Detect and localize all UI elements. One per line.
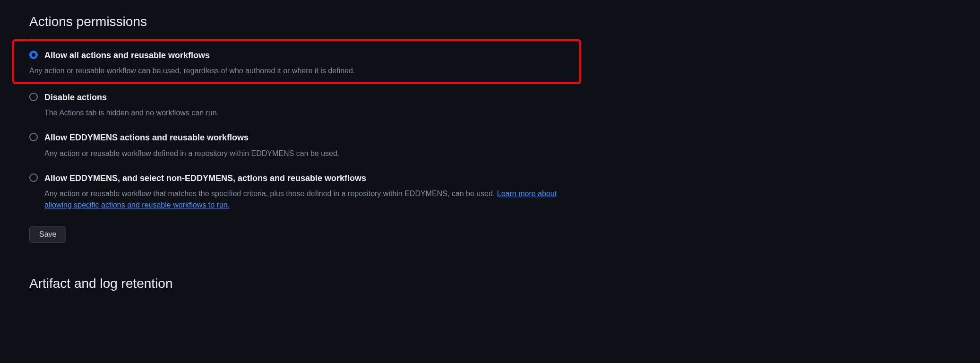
radio-icon[interactable] [29,93,38,101]
save-button[interactable]: Save [29,226,66,243]
radio-label: Disable actions [44,92,107,104]
radio-option-disable-actions[interactable]: Disable actions The Actions tab is hidde… [29,84,581,124]
radio-icon[interactable] [29,133,38,141]
radio-description: Any action or reusable workflow that mat… [29,188,581,211]
actions-permissions-radio-group: Allow all actions and reusable workflows… [29,39,581,216]
radio-description: Any action or reusable workflow can be u… [14,65,576,77]
radio-description: The Actions tab is hidden and no workflo… [29,107,581,119]
radio-icon[interactable] [29,51,38,59]
radio-label: Allow EDDYMENS, and select non-EDDYMENS,… [44,173,366,184]
radio-option-allow-org-actions[interactable]: Allow EDDYMENS actions and reusable work… [29,124,581,164]
radio-description-text: Any action or reusable workflow that mat… [44,190,497,198]
section-title-actions-permissions: Actions permissions [29,14,581,35]
radio-option-allow-all[interactable]: Allow all actions and reusable workflows… [12,39,581,84]
radio-option-allow-select-actions[interactable]: Allow EDDYMENS, and select non-EDDYMENS,… [29,165,581,216]
radio-label: Allow all actions and reusable workflows [44,50,210,61]
section-title-artifact-retention: Artifact and log retention [29,276,581,291]
radio-label: Allow EDDYMENS actions and reusable work… [44,132,249,144]
radio-icon[interactable] [29,173,38,182]
radio-description: Any action or reusable workflow defined … [29,148,581,159]
